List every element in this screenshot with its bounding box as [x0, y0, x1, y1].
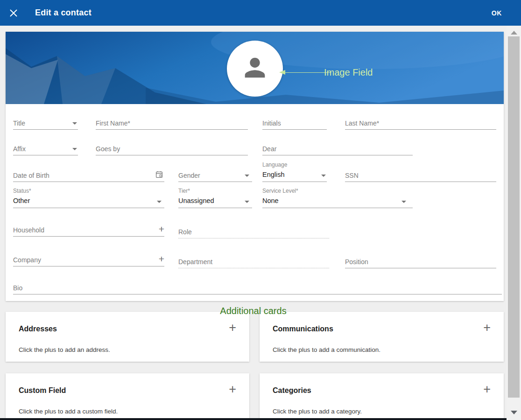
calendar-icon[interactable] [155, 170, 163, 179]
chevron-down-icon [245, 201, 249, 203]
household-field[interactable]: Household + [13, 224, 164, 237]
ssn-field[interactable]: SSN [345, 170, 496, 182]
custom-field-card-title: Custom Field [19, 386, 66, 395]
date-of-birth-field[interactable]: Date of Birth [13, 170, 164, 182]
addresses-card-title: Addresses [19, 325, 57, 333]
chevron-down-icon [401, 201, 406, 203]
gender-label: Gender [178, 172, 200, 179]
contact-form-card: Image Field Title First Name* Initials L… [6, 32, 504, 301]
status-select[interactable]: Status* Other [13, 188, 164, 208]
image-field-annotation: Image Field [324, 67, 373, 78]
company-label: Company [13, 256, 41, 264]
dear-field[interactable]: Dear [262, 143, 413, 155]
chevron-down-icon [245, 175, 249, 177]
person-icon [240, 53, 270, 83]
add-communication-icon[interactable]: + [483, 322, 491, 334]
ok-button[interactable]: OK [492, 9, 502, 17]
scroll-up-icon[interactable] [511, 31, 517, 35]
categories-card-hint: Click the plus to add a category. [273, 408, 362, 415]
dialog-title: Edit a contact [35, 8, 92, 18]
add-custom-field-icon[interactable]: + [229, 383, 236, 395]
contact-photo-field[interactable] [227, 41, 283, 97]
position-label: Position [345, 258, 368, 266]
service-level-select[interactable]: Service Level* None [262, 188, 413, 208]
title-label: Title [13, 119, 25, 127]
custom-field-card-hint: Click the plus to add a custom field. [19, 408, 118, 415]
department-label: Department [178, 258, 212, 266]
role-label: Role [178, 228, 192, 236]
add-category-icon[interactable]: + [483, 383, 491, 395]
status-label: Status* [13, 188, 31, 194]
initials-label: Initials [262, 119, 281, 127]
categories-card-title: Categories [273, 386, 311, 395]
service-level-value: None [262, 197, 279, 204]
addresses-card: Addresses + Click the plus to add an add… [6, 312, 249, 362]
chevron-down-icon [72, 148, 77, 150]
department-field[interactable]: Department [178, 256, 329, 268]
dialog-header: Edit a contact OK [0, 0, 521, 26]
chevron-down-icon [72, 122, 77, 125]
household-label: Household [13, 226, 44, 234]
add-household-icon[interactable]: + [159, 225, 164, 233]
edit-contact-dialog: Edit a contact OK [0, 0, 521, 420]
window-bottom-edge [0, 418, 507, 420]
ssn-label: SSN [345, 172, 359, 179]
tier-value: Unassigned [178, 197, 214, 204]
custom-field-card: Custom Field + Click the plus to add a c… [6, 373, 249, 418]
bio-field[interactable]: Bio [13, 282, 502, 294]
first-name-field[interactable]: First Name* [96, 118, 248, 130]
categories-card: Categories + Click the plus to add a cat… [260, 373, 504, 418]
goes-by-field[interactable]: Goes by [96, 143, 248, 155]
tier-select[interactable]: Tier* Unassigned [178, 188, 252, 208]
add-address-icon[interactable]: + [229, 322, 236, 334]
close-icon[interactable] [9, 9, 18, 17]
date-of-birth-label: Date of Birth [13, 172, 49, 179]
communications-card-title: Communications [273, 325, 333, 333]
language-select[interactable]: Language English [262, 161, 327, 182]
last-name-label: Last Name* [345, 119, 379, 127]
dear-label: Dear [262, 145, 276, 153]
communications-card-hint: Click the plus to add a communication. [273, 346, 380, 353]
scroll-down-icon[interactable] [511, 411, 517, 414]
language-label: Language [262, 161, 287, 168]
status-value: Other [13, 197, 30, 204]
company-field[interactable]: Company + [13, 254, 164, 266]
last-name-field[interactable]: Last Name* [345, 118, 496, 130]
gender-select[interactable]: Gender [178, 170, 252, 182]
goes-by-label: Goes by [96, 145, 120, 153]
affix-select[interactable]: Affix [13, 143, 78, 155]
language-value: English [262, 171, 285, 178]
tier-label: Tier* [178, 188, 190, 194]
role-field[interactable]: Role [178, 226, 329, 238]
initials-field[interactable]: Initials [262, 118, 327, 130]
chevron-down-icon [321, 175, 326, 177]
service-level-label: Service Level* [262, 188, 298, 194]
add-company-icon[interactable]: + [159, 255, 164, 263]
scrollbar-thumb[interactable] [508, 36, 520, 398]
bio-label: Bio [13, 284, 22, 292]
addresses-card-hint: Click the plus to add an address. [19, 346, 110, 353]
title-select[interactable]: Title [13, 118, 78, 130]
chevron-down-icon [157, 201, 162, 203]
communications-card: Communications + Click the plus to add a… [260, 312, 504, 362]
affix-label: Affix [13, 145, 26, 153]
first-name-label: First Name* [96, 119, 130, 127]
position-field[interactable]: Position [345, 256, 496, 268]
